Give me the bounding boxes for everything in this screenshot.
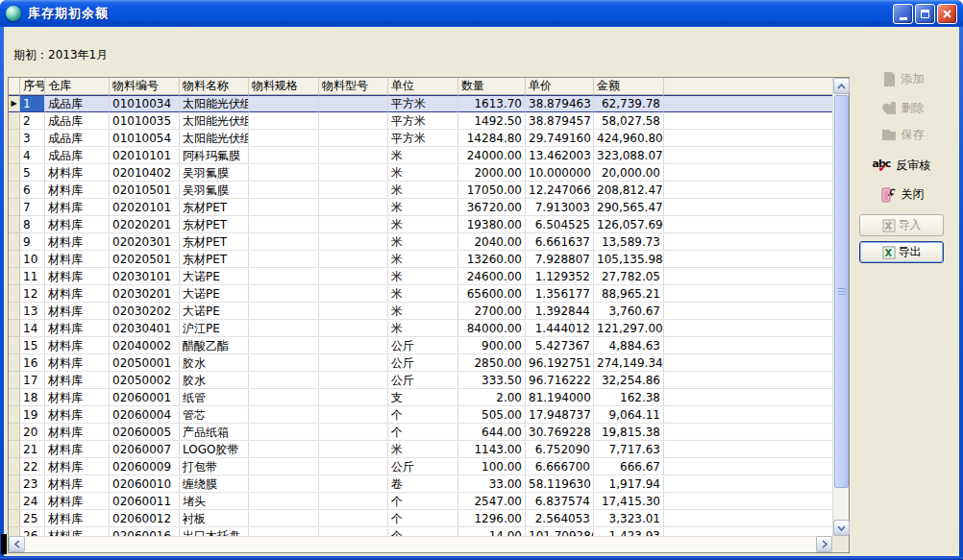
cell-seq[interactable]: 6	[20, 182, 45, 199]
table-row[interactable]: 4成品库02010101阿科玛氟膜米24000.0013.462003323,0…	[9, 147, 832, 164]
scroll-right-button[interactable]	[816, 536, 832, 552]
cell-qty[interactable]: 84000.00	[458, 320, 526, 337]
cell-unit[interactable]: 米	[388, 199, 458, 216]
cell-unit[interactable]: 米	[388, 147, 458, 164]
cell-seq[interactable]: 4	[20, 147, 45, 164]
table-row[interactable]: 9材料库02020301东材PET米2040.006.66163713,589.…	[9, 233, 832, 251]
cell-name[interactable]: 胶水	[180, 354, 249, 372]
cell-code[interactable]: 02060012	[110, 510, 180, 527]
table-row[interactable]: 11材料库02030101大诺PE米24600.001.12935227,782…	[9, 268, 832, 285]
cell-model[interactable]	[319, 303, 388, 320]
cell-code[interactable]: 02020201	[110, 216, 180, 233]
cell-code[interactable]: 02060009	[110, 458, 180, 475]
cell-warehouse[interactable]: 材料库	[45, 320, 110, 337]
cell-model[interactable]	[319, 95, 388, 112]
cell-warehouse[interactable]: 材料库	[45, 268, 110, 285]
cell-amount[interactable]: 13,589.73	[594, 233, 664, 251]
cell-model[interactable]	[319, 406, 388, 424]
cell-model[interactable]	[319, 199, 388, 216]
cell-warehouse[interactable]: 材料库	[45, 354, 110, 372]
cell-spec[interactable]	[249, 164, 319, 182]
cell-qty[interactable]: 19380.00	[458, 216, 526, 233]
cell-unit[interactable]: 个	[388, 493, 458, 510]
cell-amount[interactable]: 208,812.47	[594, 182, 664, 199]
cell-price[interactable]: 6.661637	[526, 233, 594, 251]
table-row[interactable]: ▶1成品库01010034太阳能光伏组件平方米1613.7038.8794636…	[9, 95, 832, 112]
cell-warehouse[interactable]: 材料库	[45, 475, 110, 493]
cell-spec[interactable]	[249, 199, 319, 216]
cell-qty[interactable]: 14.00	[458, 527, 526, 536]
cell-warehouse[interactable]: 材料库	[45, 337, 110, 354]
cell-warehouse[interactable]: 材料库	[45, 493, 110, 510]
cell-price[interactable]: 6.504525	[526, 216, 594, 233]
cell-model[interactable]	[319, 182, 388, 199]
cell-price[interactable]: 6.837574	[526, 493, 594, 510]
cell-warehouse[interactable]: 材料库	[45, 216, 110, 233]
cell-code[interactable]: 02060011	[110, 493, 180, 510]
cell-model[interactable]	[319, 354, 388, 372]
cell-seq[interactable]: 12	[20, 285, 45, 303]
cell-amount[interactable]: 88,965.21	[594, 285, 664, 303]
cell-code[interactable]: 02020301	[110, 233, 180, 251]
cell-amount[interactable]: 9,064.11	[594, 406, 664, 424]
cell-qty[interactable]: 100.00	[458, 458, 526, 475]
cell-code[interactable]: 02060005	[110, 424, 180, 441]
table-row[interactable]: 22材料库02060009打包带公斤100.006.666700666.67	[9, 458, 832, 475]
cell-amount[interactable]: 62,739.78	[594, 95, 664, 112]
cell-spec[interactable]	[249, 441, 319, 458]
cell-spec[interactable]	[249, 303, 319, 320]
cell-model[interactable]	[319, 147, 388, 164]
column-header-name[interactable]: 物料名称	[180, 78, 249, 95]
column-header-warehouse[interactable]: 仓库	[45, 78, 110, 95]
cell-seq[interactable]: 1	[20, 95, 45, 112]
unaudit-button[interactable]: abc✔ 反审核	[873, 156, 931, 175]
cell-name[interactable]: 太阳能光伏组件	[180, 130, 249, 147]
table-row[interactable]: 17材料库02050002胶水公斤333.5096.71622232,254.8…	[9, 372, 832, 389]
table-row[interactable]: 23材料库02060010缠绕膜卷33.0058.1196301,917.94	[9, 475, 832, 493]
cell-price[interactable]: 7.928807	[526, 251, 594, 268]
cell-seq[interactable]: 18	[20, 389, 45, 406]
cell-price[interactable]: 30.769228	[526, 424, 594, 441]
cell-amount[interactable]: 105,135.98	[594, 251, 664, 268]
cell-spec[interactable]	[249, 95, 319, 112]
cell-model[interactable]	[319, 164, 388, 182]
cell-unit[interactable]: 支	[388, 389, 458, 406]
table-row[interactable]: 25材料库02060012衬板个1296.002.5640533,323.01	[9, 510, 832, 527]
cell-spec[interactable]	[249, 406, 319, 424]
cell-price[interactable]: 96.192751	[526, 354, 594, 372]
table-row[interactable]: 3成品库01010054太阳能光伏组件平方米14284.8029.7491604…	[9, 130, 832, 147]
cell-model[interactable]	[319, 458, 388, 475]
column-header-qty[interactable]: 数量	[458, 78, 526, 95]
cell-qty[interactable]: 24000.00	[458, 147, 526, 164]
maximize-button[interactable]	[915, 4, 935, 24]
table-row[interactable]: 2成品库01010035太阳能光伏组件平方米1492.5038.87945758…	[9, 112, 832, 130]
cell-unit[interactable]: 个	[388, 527, 458, 536]
cell-price[interactable]: 13.462003	[526, 147, 594, 164]
cell-name[interactable]: 纸管	[180, 389, 249, 406]
cell-spec[interactable]	[249, 424, 319, 441]
cell-price[interactable]: 7.913003	[526, 199, 594, 216]
cell-spec[interactable]	[249, 493, 319, 510]
cell-model[interactable]	[319, 233, 388, 251]
title-bar[interactable]: 库存期初余额	[0, 0, 963, 27]
cell-spec[interactable]	[249, 216, 319, 233]
cell-unit[interactable]: 公斤	[388, 337, 458, 354]
cell-qty[interactable]: 644.00	[458, 424, 526, 441]
scroll-up-button[interactable]	[833, 78, 850, 94]
cell-warehouse[interactable]: 材料库	[45, 527, 110, 536]
horizontal-scrollbar[interactable]	[9, 536, 832, 552]
cell-spec[interactable]	[249, 354, 319, 372]
cell-amount[interactable]: 27,782.05	[594, 268, 664, 285]
cell-unit[interactable]: 米	[388, 441, 458, 458]
cell-qty[interactable]: 65600.00	[458, 285, 526, 303]
cell-unit[interactable]: 米	[388, 320, 458, 337]
cell-spec[interactable]	[249, 389, 319, 406]
cell-price[interactable]: 101.709286	[526, 527, 594, 536]
cell-name[interactable]: 大诺PE	[180, 303, 249, 320]
cell-qty[interactable]: 900.00	[458, 337, 526, 354]
cell-spec[interactable]	[249, 233, 319, 251]
cell-qty[interactable]: 1296.00	[458, 510, 526, 527]
cell-spec[interactable]	[249, 130, 319, 147]
scroll-down-button[interactable]	[833, 520, 850, 536]
cell-seq[interactable]: 24	[20, 493, 45, 510]
